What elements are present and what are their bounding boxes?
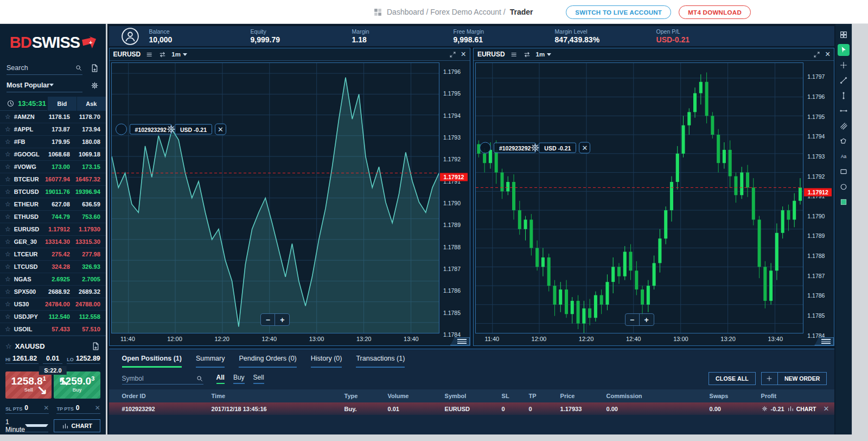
sell-button[interactable]: 1258.81 Sell ↘	[5, 371, 52, 399]
buy-button[interactable]: 1259.03 Buy ↖	[54, 371, 100, 399]
new-watchlist-icon[interactable]	[90, 64, 99, 73]
favorite-star-icon[interactable]: ☆	[5, 113, 11, 121]
clear-tp-icon[interactable]: ✕	[95, 404, 100, 412]
bid-price[interactable]: 173.87	[40, 126, 70, 133]
instrument-row[interactable]: ☆ETHUSD744.79753.60	[0, 211, 106, 223]
ask-price[interactable]: 1069.18	[70, 151, 100, 158]
bid-price[interactable]: 19011.76	[40, 188, 70, 195]
timeframe-select[interactable]: 1 Minute	[5, 419, 48, 432]
favorite-star-icon[interactable]: ☆	[5, 175, 11, 183]
instrument-row[interactable]: ☆LTCUSD324.28326.93	[0, 261, 106, 273]
instrument-row[interactable]: ☆NGAS2.69252.7005	[0, 273, 106, 286]
breadcrumb-path[interactable]: Dashboard / Forex Demo Account /	[387, 8, 506, 16]
bid-price[interactable]: 1068.68	[40, 151, 70, 158]
ask-price[interactable]: 173.94	[70, 126, 100, 133]
sl-points-input[interactable]: SL PTS 0 ✕	[5, 404, 49, 414]
instrument-row[interactable]: ☆#AMZN1178.151178.70	[0, 111, 106, 123]
tab-history-0-[interactable]: History (0)	[311, 355, 342, 368]
favorite-star-icon[interactable]: ☆	[5, 200, 11, 208]
instrument-row[interactable]: ☆LTCEUR275.42277.98	[0, 248, 106, 261]
favorite-star-icon[interactable]: ☆	[5, 138, 11, 146]
favorite-star-icon[interactable]: ☆	[5, 125, 11, 133]
price-axis[interactable]: 1.17971.17961.17951.17941.17931.17921.17…	[803, 61, 834, 345]
instrument-row[interactable]: ☆USOIL57.43357.510	[0, 323, 106, 336]
close-chart-icon[interactable]: ×	[461, 51, 466, 58]
favorite-star-icon[interactable]: ☆	[5, 300, 11, 308]
favorite-star-icon[interactable]: ☆	[5, 275, 11, 283]
bid-price[interactable]: 275.42	[40, 251, 70, 257]
ask-price[interactable]: 277.98	[70, 251, 100, 257]
filter-all[interactable]: All	[216, 374, 225, 384]
ask-price[interactable]: 2689.32	[70, 288, 100, 295]
close-all-button[interactable]: CLOSE ALL	[709, 372, 756, 385]
tab-transactions-1-[interactable]: Transactions (1)	[356, 355, 405, 368]
instrument-row[interactable]: ☆USDJPY112.540112.558	[0, 311, 106, 323]
bid-price[interactable]: 744.79	[40, 213, 70, 220]
symbol-filter-input[interactable]: Symbol	[122, 373, 203, 385]
chart-menu-icon[interactable]	[510, 51, 518, 59]
cursor-icon[interactable]	[838, 44, 850, 56]
bid-price[interactable]: 2.6925	[40, 276, 70, 282]
text-icon[interactable]: Aa	[838, 150, 850, 162]
favorite-star-icon[interactable]: ☆	[5, 188, 11, 196]
switch-to-live-account-button[interactable]: SWITCH TO LIVE ACCOUNT	[566, 5, 671, 19]
favorite-star-icon[interactable]: ☆	[5, 250, 11, 258]
instrument-row[interactable]: ☆GER_3013314.3013315.30	[0, 236, 106, 248]
favorite-star-icon[interactable]: ☆	[5, 213, 11, 220]
bid-price[interactable]: 173.00	[40, 163, 70, 170]
detach-widget-icon[interactable]	[91, 342, 100, 351]
instrument-row[interactable]: ☆US3024784.0024788.00	[0, 298, 106, 311]
ask-price[interactable]: 1178.70	[70, 114, 100, 120]
instrument-row[interactable]: ☆#VOWG173.00173.15	[0, 161, 106, 173]
bid-price[interactable]: 179.95	[40, 138, 70, 145]
rectangle-icon[interactable]	[838, 166, 850, 178]
position-settings-gear-icon[interactable]	[116, 124, 127, 135]
ask-price[interactable]: 19396.94	[70, 188, 100, 195]
favorite-star-icon[interactable]: ☆	[5, 238, 11, 245]
instrument-row[interactable]: ☆ETHEUR627.08636.59	[0, 198, 106, 211]
chart-menu-icon[interactable]	[145, 51, 154, 59]
instrument-search-input[interactable]: Search	[7, 61, 82, 75]
zoom-out-button[interactable]: −	[626, 314, 640, 325]
favorite-star-icon[interactable]: ☆	[5, 342, 12, 350]
ask-price[interactable]: 1.17930	[70, 226, 100, 232]
crosshair-icon[interactable]	[838, 59, 850, 71]
favorite-star-icon[interactable]: ☆	[5, 263, 11, 270]
expand-chart-icon[interactable]	[449, 51, 456, 58]
ask-price[interactable]: 636.59	[70, 201, 100, 207]
polygon-icon[interactable]	[838, 135, 850, 147]
ask-price[interactable]: 112.558	[70, 313, 100, 320]
ask-price[interactable]: 326.93	[70, 263, 100, 270]
bid-price[interactable]: 16077.94	[40, 176, 70, 182]
tp-points-input[interactable]: TP PTS 0 ✕	[56, 404, 100, 414]
brush-color-icon[interactable]	[838, 196, 850, 208]
bid-price[interactable]: 24784.00	[40, 301, 70, 307]
timeframe-select[interactable]: 1m	[536, 51, 552, 58]
account-avatar[interactable]	[121, 27, 139, 46]
ask-price[interactable]: 13315.30	[70, 238, 100, 245]
bid-price[interactable]: 2688.92	[40, 288, 70, 295]
instrument-row[interactable]: ☆EURUSD1.179121.17930	[0, 223, 106, 236]
profit-settings-gear-icon[interactable]	[761, 405, 768, 412]
chart-plot[interactable]: #102923292USD -0.21✕−+	[475, 62, 803, 333]
row-close-icon[interactable]: ✕	[823, 405, 829, 413]
tab-summary[interactable]: Summary	[196, 355, 225, 368]
compare-symbol-icon[interactable]	[158, 51, 167, 59]
compare-symbol-icon[interactable]	[523, 51, 531, 59]
open-chart-button[interactable]: CHART	[54, 419, 100, 432]
ask-price[interactable]: 180.08	[70, 138, 100, 145]
bid-price[interactable]: 112.540	[40, 313, 70, 320]
ask-price[interactable]: 753.60	[70, 213, 100, 220]
favorite-star-icon[interactable]: ☆	[5, 163, 11, 171]
bid-price[interactable]: 1178.15	[40, 114, 70, 120]
trend-line-icon[interactable]	[838, 74, 850, 86]
timeframe-select[interactable]: 1m	[171, 51, 187, 58]
chart-plot[interactable]: #102923292USD -0.21✕−+	[111, 62, 439, 333]
instrument-row[interactable]: ☆BTCEUR16077.9416457.32	[0, 173, 106, 186]
favorite-star-icon[interactable]: ☆	[5, 288, 11, 295]
tab-pending-orders-0-[interactable]: Pending Orders (0)	[239, 355, 296, 368]
vertical-line-icon[interactable]	[838, 90, 850, 102]
instrument-row[interactable]: ☆#GOOGL1068.681069.18	[0, 148, 106, 161]
layout-grid-icon[interactable]	[838, 29, 850, 41]
bid-price[interactable]: 324.28	[40, 263, 70, 270]
